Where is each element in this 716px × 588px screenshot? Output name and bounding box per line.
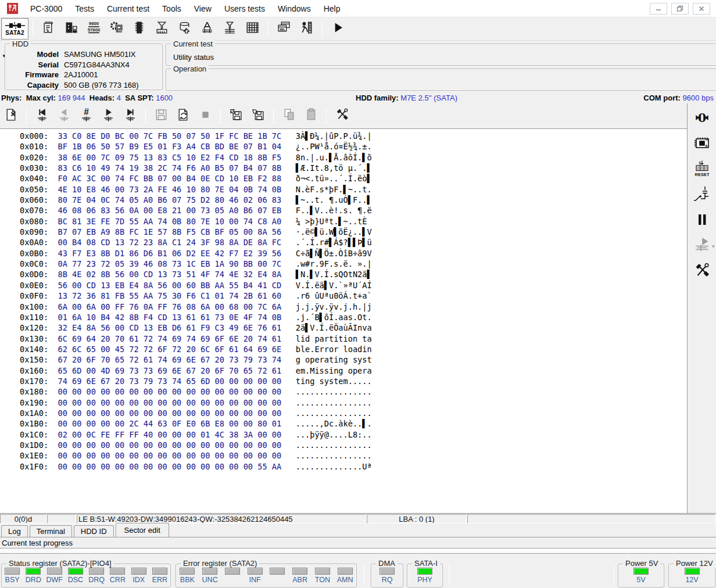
last-sector-icon	[123, 107, 138, 125]
hex-row[interactable]: 0x0A0: 00 B4 08 CD 13 72 23 8A C1 24 3F …	[20, 237, 687, 248]
hex-ascii: ¿..PW¹å.ó¤Ë½¾.±.	[281, 142, 372, 151]
hex-viewer[interactable]: 0x000: 33 C0 8E D0 BC 00 7C FB 50 07 50 …	[0, 129, 687, 513]
dropdown-arrow-icon[interactable]: ▼	[711, 244, 716, 249]
hex-bytes: 67 20 6F 70 65 72 61 74 69 6E 67 20 73 7…	[58, 355, 281, 364]
hex-address: 0x100:	[20, 302, 58, 311]
toolbar-button-chip[interactable]	[128, 19, 151, 39]
resources-icon	[63, 20, 79, 38]
toolbar-button-calibrator[interactable]	[196, 19, 219, 39]
led-12v: 12V	[669, 568, 715, 587]
sector-toolbar-button-next-sector[interactable]	[97, 106, 119, 127]
side-button-hdd-tools[interactable]	[690, 261, 714, 282]
hex-row[interactable]: 0x040: F0 AC 3C 00 74 FC BB 07 00 B4 0E …	[20, 173, 687, 184]
hex-row[interactable]: 0x120: 32 E4 8A 56 00 CD 13 EB D6 61 F9 …	[20, 322, 687, 333]
hdd-info-value: 500 GB (976 773 168)	[59, 80, 139, 91]
hex-row[interactable]: 0x1E0: 00 00 00 00 00 00 00 00 00 00 00 …	[20, 450, 687, 461]
hex-address: 0x070:	[20, 206, 58, 215]
menu-item-current-test[interactable]: Current test	[101, 0, 156, 17]
hex-row[interactable]: 0x180: 00 00 00 00 00 00 00 00 00 00 00 …	[20, 386, 687, 397]
led-indicator-off	[110, 568, 125, 575]
hex-row[interactable]: 0x070: 46 08 06 83 56 0A 00 E8 21 00 73 …	[20, 205, 687, 216]
toolbar-button-tests[interactable]	[151, 19, 173, 39]
hex-row[interactable]: 0x080: BC 81 3E FE 7D 55 AA 74 0B 80 7E …	[20, 216, 687, 227]
menu-item-users-tests[interactable]: Users tests	[218, 0, 271, 17]
hex-row[interactable]: 0x190: 00 00 00 00 00 00 00 00 00 00 00 …	[20, 397, 687, 408]
hex-address: 0x090:	[20, 227, 58, 236]
side-button-power-switch[interactable]	[690, 185, 714, 206]
side-button-reset-counter[interactable]: 1000RESET	[690, 159, 714, 180]
hex-row[interactable]: 0x1A0: 00 00 00 00 00 00 00 00 00 00 00 …	[20, 408, 687, 418]
hex-row[interactable]: 0x1F0: 00 00 00 00 00 00 00 00 00 00 00 …	[20, 461, 687, 472]
hex-row[interactable]: 0x100: 6A 00 6A 00 FF 76 0A FF 76 08 6A …	[20, 302, 687, 312]
sector-toolbar-button-last-sector[interactable]	[119, 106, 141, 127]
hex-row[interactable]: 0x150: 67 20 6F 70 65 72 61 74 69 6E 67 …	[20, 354, 687, 365]
led-indicator-off	[270, 568, 285, 575]
sector-toolbar-button-goto-sector[interactable]: #	[75, 106, 97, 127]
led-indicator-on	[68, 568, 83, 575]
toolbar-button-data-table[interactable]	[241, 19, 264, 39]
hdd-info-value: SAMSUNG HM501IX	[59, 49, 136, 60]
tab-log[interactable]: Log	[1, 525, 28, 537]
hex-row[interactable]: 0x170: 74 69 6E 67 20 73 79 73 74 65 6D …	[20, 376, 687, 386]
led-label: DRQ	[88, 576, 105, 584]
tab-terminal[interactable]: Terminal	[30, 525, 72, 537]
hex-row[interactable]: 0x090: B7 07 EB A9 8B FC 1E 57 8B F5 CB …	[20, 227, 687, 237]
hex-address: 0x010:	[20, 142, 58, 151]
menu-item-pc-3000[interactable]: PC-3000	[24, 0, 69, 17]
toolbar-button-baud-rate[interactable]: 960057600	[83, 19, 105, 39]
pause-icon	[693, 210, 711, 231]
hex-row[interactable]: 0x130: 6C 69 64 20 70 61 72 74 69 74 69 …	[20, 334, 687, 344]
sata2-port-button[interactable]: SATA2	[1, 18, 28, 40]
tab-hdd-id[interactable]: HDD ID	[74, 525, 114, 537]
hex-row[interactable]: 0x000: 33 C0 8E D0 BC 00 7C FB 50 07 50 …	[20, 131, 687, 141]
toolbar-button-export[interactable]	[173, 19, 196, 39]
menu-item-windows[interactable]: Windows	[271, 0, 317, 17]
toolbar-button-resources[interactable]	[60, 19, 83, 39]
side-button-soft-reset[interactable]: 0	[690, 108, 714, 129]
sector-toolbar-button-sector-tools[interactable]	[331, 106, 353, 127]
toolbar-button-windows[interactable]	[273, 19, 295, 39]
hex-row[interactable]: 0x0B0: 43 F7 E3 8B D1 86 D6 B1 06 D2 EE …	[20, 248, 687, 259]
hex-row[interactable]: 0x1D0: 00 00 00 00 00 00 00 00 00 00 00 …	[20, 440, 687, 450]
filter-icon	[222, 20, 238, 38]
menu-item-tests[interactable]: Tests	[69, 0, 101, 17]
hex-row[interactable]: 0x0E0: 56 00 CD 13 EB E4 8A 56 00 60 BB …	[20, 280, 687, 291]
led-amn: AMN	[334, 568, 356, 587]
hex-row[interactable]: 0x140: 62 6C 65 00 45 72 72 6F 72 20 6C …	[20, 344, 687, 354]
toolbar-button-utility-settings[interactable]	[105, 19, 128, 39]
menu-item-help[interactable]: Help	[317, 0, 347, 17]
sector-toolbar-button-first-sector[interactable]	[31, 106, 53, 127]
hex-address: 0x120:	[20, 323, 58, 332]
hex-row[interactable]: 0x020: 38 6E 00 7C 09 75 13 83 C5 10 E2 …	[20, 152, 687, 163]
hex-row[interactable]: 0x050: 4E 10 E8 46 00 73 2A FE 46 10 80 …	[20, 184, 687, 195]
sector-toolbar-button-load-from-file[interactable]	[247, 106, 269, 127]
toolbar-button-run[interactable]	[327, 19, 349, 39]
toolbar-button-utility-status[interactable]	[37, 19, 60, 39]
bottom-tabs: LogTerminalHDD IDSector edit	[0, 524, 716, 537]
hex-row[interactable]: 0x110: 01 6A 10 B4 42 8B F4 CD 13 61 61 …	[20, 312, 687, 322]
hex-row[interactable]: 0x030: 83 C6 10 49 74 19 38 2C 74 F6 A0 …	[20, 163, 687, 173]
hex-row[interactable]: 0x010: BF 1B 06 50 57 B9 E5 01 F3 A4 CB …	[20, 141, 687, 152]
hex-row[interactable]: 0x1B0: 00 00 00 00 00 2C 44 63 0F E0 6B …	[20, 418, 687, 429]
sector-toolbar-button-refresh-sector[interactable]	[172, 106, 194, 127]
tab-sector-edit[interactable]: Sector edit	[116, 523, 169, 537]
menu-item-view[interactable]: View	[188, 0, 218, 17]
hex-row[interactable]: 0x160: 65 6D 00 4D 69 73 73 69 6E 67 20 …	[20, 365, 687, 376]
led-rq: RQ	[371, 568, 403, 587]
side-button-board[interactable]	[690, 134, 714, 155]
hex-row[interactable]: 0x060: 80 7E 04 0C 74 05 A0 B6 07 75 D2 …	[20, 195, 687, 205]
toolbar-button-filter[interactable]	[219, 19, 241, 39]
hex-row[interactable]: 0x0F0: 13 72 36 81 FB 55 AA 75 30 F6 C1 …	[20, 291, 687, 301]
hex-row[interactable]: 0x1C0: 02 00 0C FE FF FF 40 00 00 00 01 …	[20, 429, 687, 440]
hex-bytes: 74 69 6E 67 20 73 79 73 74 65 6D 00 00 0…	[58, 377, 281, 386]
menu-item-tools[interactable]: Tools	[156, 0, 188, 17]
toolbar-button-exit[interactable]	[295, 19, 318, 39]
sector-toolbar-button-save-to-file[interactable]	[225, 106, 247, 127]
side-button-pause[interactable]	[690, 210, 714, 231]
restore-button[interactable]	[671, 3, 689, 15]
hex-row[interactable]: 0x0C0: 0A 77 23 72 05 39 46 08 73 1C EB …	[20, 259, 687, 269]
hex-row[interactable]: 0x0D0: 8B 4E 02 8B 56 00 CD 13 73 51 4F …	[20, 269, 687, 279]
sector-toolbar-button-close-sector[interactable]	[0, 106, 22, 127]
close-button[interactable]	[693, 3, 710, 15]
minimize-button[interactable]	[650, 3, 667, 15]
